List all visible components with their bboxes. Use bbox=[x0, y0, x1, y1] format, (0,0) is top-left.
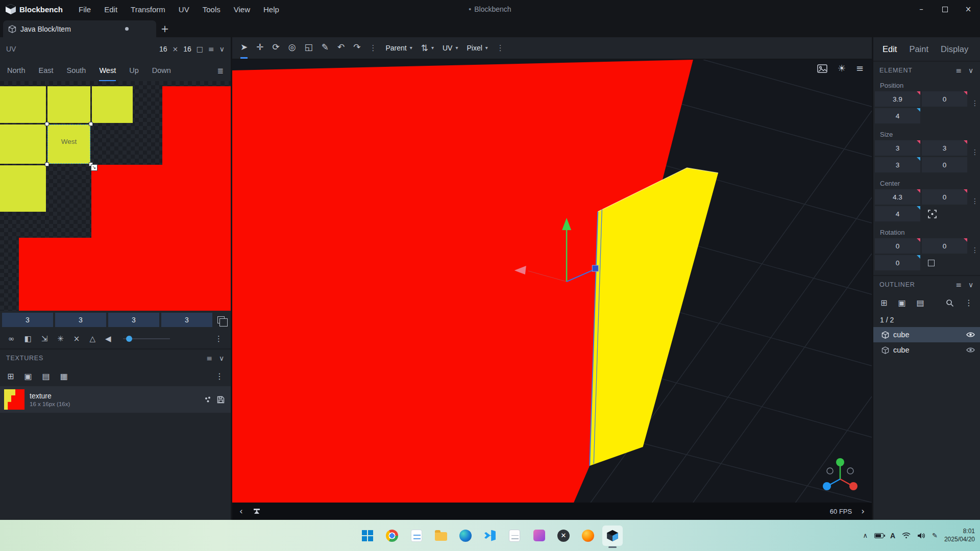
start-button[interactable] bbox=[357, 525, 378, 546]
rotation-options-icon[interactable]: ⋮ bbox=[971, 246, 978, 254]
clear-icon[interactable]: × bbox=[74, 335, 80, 343]
mirror-y-icon[interactable]: ◀ bbox=[105, 335, 111, 343]
outliner-options-icon[interactable]: ⋮ bbox=[965, 299, 973, 307]
texture-folder-icon[interactable]: ▤ bbox=[42, 372, 50, 381]
uv-height-value[interactable]: 16 bbox=[183, 45, 191, 53]
undo-button[interactable]: ↶ bbox=[337, 37, 345, 59]
position-options-icon[interactable]: ⋮ bbox=[971, 99, 978, 107]
create-texture-icon[interactable]: ⊞ bbox=[7, 372, 14, 381]
new-tab-button[interactable]: + bbox=[156, 20, 174, 37]
uv-y-input[interactable]: 3 bbox=[55, 313, 106, 327]
face-tab-down[interactable]: Down bbox=[152, 61, 171, 81]
taskbar-blockbench-icon[interactable] bbox=[602, 525, 623, 546]
fill-bucket-icon[interactable]: ◧ bbox=[24, 335, 32, 343]
outliner-item-cube-2[interactable]: cube bbox=[873, 342, 980, 358]
scale-tool[interactable]: ◱ bbox=[305, 37, 313, 59]
pattern-icon[interactable]: ✳ bbox=[57, 335, 64, 343]
center-x-input[interactable]: 4.3 bbox=[875, 189, 920, 205]
wifi-icon[interactable] bbox=[902, 532, 911, 539]
textures-menu-icon[interactable]: ≡ bbox=[206, 355, 213, 362]
viewport-menu-icon[interactable]: ≡ bbox=[856, 64, 864, 73]
selection-handle[interactable] bbox=[45, 162, 49, 166]
taskbar-document-app-icon[interactable] bbox=[406, 525, 427, 546]
selection-resize-handle[interactable]: ↘ bbox=[91, 164, 97, 171]
maximize-button[interactable] bbox=[933, 0, 957, 18]
close-button[interactable]: × bbox=[957, 0, 980, 18]
rotate-tool[interactable]: ⟳ bbox=[273, 37, 280, 59]
texture-save-icon[interactable] bbox=[217, 396, 225, 404]
texture-grid-icon[interactable]: ▦ bbox=[60, 372, 68, 381]
center-y-input[interactable]: 0 bbox=[922, 189, 967, 205]
size-z-input[interactable]: 3 bbox=[875, 157, 920, 172]
tab-display[interactable]: Display bbox=[941, 44, 968, 54]
maximize-uv-icon[interactable]: ⇲ bbox=[41, 335, 48, 343]
taskbar-file-explorer-icon[interactable] bbox=[431, 525, 451, 546]
outliner-menu-icon[interactable]: ≡ bbox=[955, 281, 962, 288]
workspace-icon[interactable] bbox=[252, 507, 261, 515]
taskbar-vscode-icon[interactable] bbox=[480, 525, 500, 546]
menu-help[interactable]: Help bbox=[258, 2, 285, 17]
face-tab-east[interactable]: East bbox=[38, 61, 53, 81]
taskbar-edge-icon[interactable] bbox=[455, 525, 476, 546]
tray-expand-icon[interactable]: ∧ bbox=[863, 532, 868, 539]
project-tab[interactable]: Java Block/Item bbox=[3, 20, 156, 37]
taskbar-notepad-icon[interactable] bbox=[504, 525, 525, 546]
face-tab-south[interactable]: South bbox=[66, 61, 86, 81]
viewport-3d[interactable]: ☀ ≡ bbox=[232, 60, 872, 503]
import-texture-icon[interactable]: ▣ bbox=[24, 372, 32, 381]
face-tab-north[interactable]: North bbox=[7, 61, 25, 81]
textures-options-icon[interactable]: ⋮ bbox=[215, 372, 224, 381]
selection-handle[interactable] bbox=[45, 122, 49, 126]
menu-transform[interactable]: Transform bbox=[125, 2, 171, 17]
taskbar-firefox-icon[interactable] bbox=[578, 525, 598, 546]
menu-edit[interactable]: Edit bbox=[99, 2, 123, 17]
uv-height-input[interactable]: 3 bbox=[161, 313, 212, 327]
menu-file[interactable]: File bbox=[73, 2, 96, 17]
inflate-input[interactable]: 0 bbox=[922, 157, 967, 172]
uv-mode-dropdown[interactable]: UV ▾ bbox=[443, 44, 458, 52]
prev-arrow-icon[interactable]: ‹ bbox=[239, 507, 243, 516]
uv-canvas[interactable]: West ↘ bbox=[0, 81, 231, 311]
face-checklist-icon[interactable]: ≣ bbox=[217, 67, 224, 75]
taskbar-clock[interactable]: 8:01 2025/04/20 bbox=[944, 528, 975, 543]
search-icon[interactable] bbox=[946, 299, 954, 307]
taskbar-chrome-icon[interactable] bbox=[382, 525, 402, 546]
minimize-button[interactable]: – bbox=[910, 0, 933, 18]
texture-palette-icon[interactable] bbox=[204, 396, 212, 404]
element-collapse-icon[interactable]: ∨ bbox=[968, 67, 974, 74]
rescale-toggle[interactable] bbox=[928, 260, 935, 266]
link-icon[interactable]: ∞ bbox=[8, 335, 15, 343]
frame-icon[interactable]: □ bbox=[197, 45, 203, 53]
add-cube-icon[interactable]: ⊞ bbox=[880, 299, 887, 307]
selection-handle[interactable] bbox=[89, 122, 93, 126]
next-arrow-icon[interactable]: › bbox=[861, 507, 865, 516]
visibility-toggle-icon[interactable] bbox=[966, 347, 975, 353]
shading-sun-icon[interactable]: ☀ bbox=[838, 64, 846, 73]
toolbar-options-icon[interactable]: ⋮ bbox=[497, 44, 504, 52]
pivot-tool[interactable]: ◎ bbox=[288, 37, 296, 59]
visibility-toggle-icon[interactable] bbox=[966, 332, 975, 338]
screenshot-icon[interactable] bbox=[817, 64, 827, 73]
size-y-input[interactable]: 3 bbox=[922, 140, 967, 156]
center-options-icon[interactable]: ⋮ bbox=[971, 197, 978, 205]
focus-pivot-button[interactable] bbox=[928, 210, 937, 218]
pivot-mode-dropdown[interactable]: ⇅ ▾ bbox=[421, 44, 434, 53]
size-options-icon[interactable]: ⋮ bbox=[971, 148, 978, 156]
menu-uv[interactable]: UV bbox=[173, 2, 195, 17]
uv-selection-west[interactable]: West ↘ bbox=[47, 124, 90, 164]
position-x-input[interactable]: 3.9 bbox=[875, 91, 920, 107]
mirror-x-icon[interactable]: △ bbox=[89, 335, 95, 343]
tab-edit[interactable]: Edit bbox=[883, 44, 897, 54]
uv-width-value[interactable]: 16 bbox=[159, 45, 167, 53]
grid-unit-dropdown[interactable]: Pixel ▾ bbox=[467, 44, 487, 52]
slider-knob[interactable] bbox=[126, 336, 132, 342]
texture-list-item[interactable]: texture 16 x 16px (16x) bbox=[0, 386, 231, 413]
volume-icon[interactable] bbox=[917, 532, 925, 539]
taskbar-purple-app-icon[interactable] bbox=[529, 525, 549, 546]
uv-options-icon[interactable]: ⋮ bbox=[215, 335, 223, 343]
axis-orientation-gadget[interactable] bbox=[817, 456, 864, 498]
uv-x-input[interactable]: 3 bbox=[2, 313, 53, 327]
menu-view[interactable]: View bbox=[228, 2, 256, 17]
ime-indicator[interactable]: A bbox=[890, 532, 895, 540]
pen-icon[interactable]: ✎ bbox=[932, 532, 938, 539]
